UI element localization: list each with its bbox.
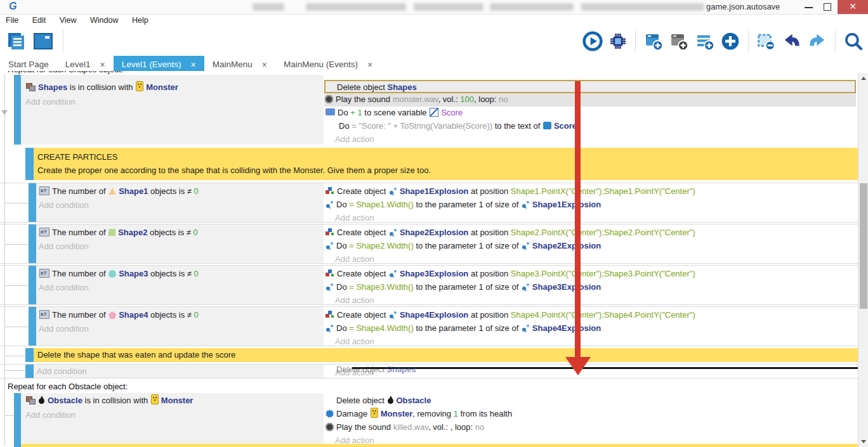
text-segment: to the parameter 1 of size of	[414, 241, 521, 250]
action-row[interactable]: Play the sound monster.wav, vol.: 100, l…	[324, 93, 856, 107]
condition-row[interactable]: The number of Shape2 objects is ≠ 0	[39, 226, 198, 239]
text-segment: to scene variable	[362, 108, 430, 117]
add-condition[interactable]: Add condition	[39, 199, 89, 212]
project-manager-icon[interactable]	[6, 31, 27, 52]
tab-start-page[interactable]: Start Page	[0, 56, 57, 73]
comment-block[interactable]: CREATE PARTICLES Create the proper one a…	[34, 148, 858, 180]
tab-mainmenu-events[interactable]: MainMenu (Events) ×	[275, 56, 381, 73]
condition-row[interactable]: The number of Shape3 objects is ≠ 0	[39, 268, 199, 280]
close-button[interactable]: ✕	[838, 0, 868, 14]
condition-row[interactable]: Shapes is in collision with Monster	[25, 81, 178, 94]
obstacle-icon	[388, 396, 394, 405]
comment-block-clipped	[21, 444, 858, 447]
condition-row[interactable]: The number of Shape4 objects is ≠ 0	[39, 309, 199, 321]
event-indent-bar	[29, 183, 36, 222]
tab-level1-events[interactable]: Level1 (Events) ×	[114, 56, 204, 73]
tab-close-icon[interactable]: ×	[262, 60, 267, 70]
text-segment: Shape2.PointX("Center");Shape2.PointY("C…	[511, 228, 695, 237]
tab-close-icon[interactable]: ×	[367, 60, 372, 70]
action-row[interactable]: Do = "Score: " + ToString(Variable(Score…	[325, 120, 577, 133]
menu-help[interactable]: Help	[126, 15, 154, 26]
text-segment: Score	[441, 108, 463, 117]
create-object-icon	[326, 311, 334, 319]
menu-window[interactable]: Window	[84, 15, 124, 26]
actions-area: Create object Shape3Explosion at positio…	[324, 266, 858, 304]
action-row[interactable]: Do = Shape3.Width() to the parameter 1 o…	[325, 281, 601, 294]
add-action[interactable]: Add action	[335, 335, 374, 348]
add-action[interactable]: Add action	[335, 253, 374, 266]
text-segment: Delete object	[336, 396, 387, 405]
event-indent-bar	[25, 365, 34, 378]
add-action[interactable]: Add action	[335, 133, 374, 146]
empty-event-row[interactable]: Add condition Add action Delete object S…	[0, 364, 858, 379]
action-row[interactable]: Create object Shape3Explosion at positio…	[325, 268, 695, 280]
monster-icon	[151, 394, 159, 405]
shape-event-2[interactable]: The number of Shape2 objects is ≠ 0Add c…	[0, 224, 858, 264]
play-icon[interactable]	[582, 31, 603, 51]
shape-event-4[interactable]: The number of Shape4 objects is ≠ 0Add c…	[0, 306, 858, 346]
add-condition[interactable]: Add condition	[25, 96, 76, 108]
collapse-expander-icon[interactable]	[1, 110, 8, 115]
action-row[interactable]: Create object Shape1Explosion at positio…	[325, 185, 695, 198]
add-subevent-icon[interactable]	[669, 31, 689, 51]
action-row[interactable]: Do + 1 to scene variable Score	[325, 107, 463, 119]
restore-button[interactable]	[824, 3, 831, 11]
collision-icon	[26, 83, 36, 91]
disable-event-icon[interactable]	[756, 31, 776, 51]
debug-icon[interactable]	[608, 31, 628, 51]
comment-block[interactable]: Delete the shape that was eaten and upda…	[34, 348, 858, 362]
add-other-event-icon[interactable]	[720, 31, 740, 51]
event-indent-bar	[25, 148, 34, 180]
vertical-scrollbar[interactable]	[858, 73, 868, 447]
undo-icon[interactable]	[782, 31, 802, 51]
event-header[interactable]: Repeat for each Obstacle object:	[8, 382, 128, 392]
condition-row[interactable]: Obstacle is in collision with Monster	[25, 394, 193, 407]
scene-editor-icon[interactable]	[32, 31, 55, 52]
search-icon[interactable]	[843, 30, 864, 52]
add-comment-icon[interactable]	[695, 31, 715, 51]
menu-file[interactable]: File	[0, 15, 24, 26]
shape-event-3[interactable]: The number of Shape3 objects is ≠ 0Add c…	[0, 265, 858, 305]
shape-event-1[interactable]: The number of Shape1 objects is ≠ 0Add c…	[0, 183, 858, 223]
menu-edit[interactable]: Edit	[27, 15, 52, 26]
redacted-title-text	[581, 3, 704, 11]
tab-close-icon[interactable]: ×	[191, 60, 196, 70]
conditions-area: The number of Shape2 objects is ≠ 0Add c…	[36, 224, 324, 263]
conditions-area: Shapes is in collision with Monster Add …	[21, 75, 324, 145]
action-row-selected[interactable]: Delete object Shapes	[324, 80, 856, 93]
add-condition[interactable]: Add condition	[39, 323, 89, 335]
scrollbar-thumb[interactable]	[860, 183, 867, 309]
tab-close-icon[interactable]: ×	[100, 60, 105, 70]
scroll-down-icon[interactable]	[861, 440, 866, 443]
text-segment: Damage	[336, 409, 370, 418]
add-action[interactable]: Add action	[335, 212, 374, 224]
add-event-icon[interactable]	[643, 31, 664, 51]
action-row[interactable]: Create object Shape2Explosion at positio…	[325, 226, 695, 239]
scroll-up-icon[interactable]	[861, 77, 866, 80]
tab-level1[interactable]: Level1 ×	[57, 56, 114, 73]
action-row[interactable]: Do = Shape2.Width() to the parameter 1 o…	[325, 240, 601, 252]
add-condition[interactable]: Add condition	[39, 282, 89, 294]
action-row[interactable]: Do = Shape1.Width() to the parameter 1 o…	[325, 198, 601, 211]
text-segment: Score	[554, 121, 577, 131]
condition-row[interactable]: The number of Shape1 objects is ≠ 0	[39, 185, 199, 198]
count-icon	[39, 310, 49, 319]
add-condition[interactable]: Add condition	[39, 240, 89, 253]
menu-view[interactable]: View	[54, 15, 82, 26]
shape2-icon	[109, 229, 115, 236]
add-condition[interactable]: Add condition	[37, 365, 87, 378]
action-row[interactable]: Delete object Obstacle	[325, 394, 431, 407]
action-row[interactable]: Play the sound killed.wav, vol.: , loop:…	[325, 421, 484, 434]
actions-area: Create object Shape4Explosion at positio…	[324, 307, 858, 346]
text-segment: Do	[336, 282, 349, 292]
minimize-button[interactable]	[805, 7, 813, 8]
tab-mainmenu[interactable]: MainMenu ×	[204, 56, 275, 73]
add-condition[interactable]: Add condition	[25, 409, 76, 422]
text-segment: Play the sound	[336, 94, 393, 104]
text-segment: Create object	[337, 269, 388, 278]
action-row[interactable]: Damage Monster, removing 1 from its heal…	[325, 408, 512, 420]
add-action[interactable]: Add action	[335, 294, 374, 307]
action-row[interactable]: Create object Shape4Explosion at positio…	[325, 309, 695, 321]
redo-icon[interactable]	[807, 31, 827, 51]
action-row[interactable]: Do = Shape4.Width() to the parameter 1 o…	[325, 322, 601, 335]
